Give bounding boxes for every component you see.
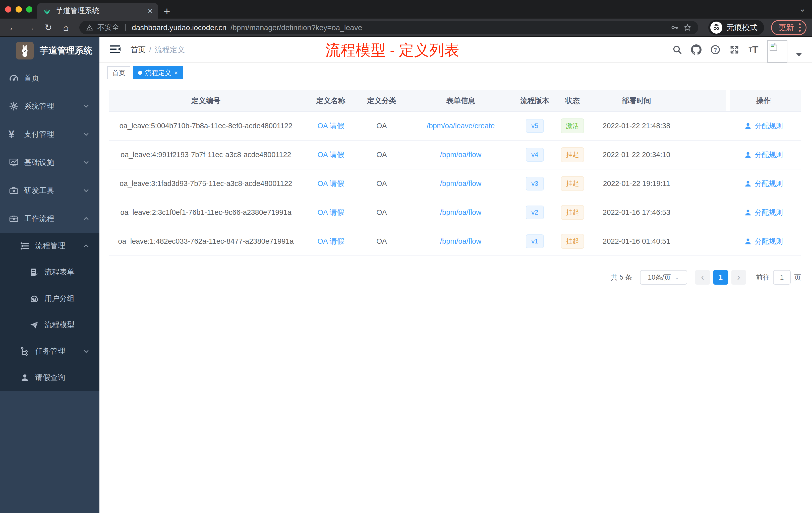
fullscreen-icon[interactable]: [729, 44, 740, 55]
page-size-select[interactable]: 10条/页 ⌄: [640, 270, 687, 284]
sidebar-item-system[interactable]: 系统管理: [0, 92, 99, 120]
menu-dots-icon[interactable]: [799, 23, 801, 32]
assign-rule-button[interactable]: 分配规则: [744, 237, 783, 246]
user-icon: [744, 151, 752, 159]
reload-icon[interactable]: ↻: [41, 22, 56, 33]
prev-page-button[interactable]: ‹: [695, 270, 710, 284]
chevron-down-icon: [82, 102, 90, 111]
col-header-status: 状态: [552, 90, 592, 112]
sidebar-submenu-workflow: 流程管理 流程表单: [0, 233, 99, 391]
sidebar-item-process-model[interactable]: 流程模型: [0, 312, 99, 338]
breadcrumb-home[interactable]: 首页: [130, 45, 146, 55]
sidebar-item-payment[interactable]: ¥ 支付管理: [0, 120, 99, 148]
definition-name-link[interactable]: OA 请假: [317, 179, 344, 189]
tag-close-icon[interactable]: ×: [174, 69, 178, 76]
status-badge: 挂起: [561, 147, 584, 162]
sidebar-item-process-form[interactable]: 流程表单: [0, 259, 99, 285]
deploy-time: 2022-01-16 01:40:51: [592, 227, 680, 256]
tab-search-caret-icon[interactable]: ⌄: [799, 3, 806, 13]
definition-name-link[interactable]: OA 请假: [317, 121, 344, 131]
avatar[interactable]: [767, 40, 787, 63]
chevron-down-icon: [82, 130, 90, 139]
sidebar-logo[interactable]: 芋道管理系统: [0, 37, 99, 64]
traffic-light-close[interactable]: [5, 6, 11, 12]
sidebar-item-devtools[interactable]: 研发工具: [0, 176, 99, 205]
chevron-up-icon: [82, 242, 90, 250]
form-link[interactable]: /bpm/oa/flow: [440, 237, 481, 245]
assign-rule-button[interactable]: 分配规则: [744, 179, 783, 188]
chevron-up-icon: [82, 214, 90, 223]
sidebar: 芋道管理系统 首页: [0, 37, 99, 513]
definition-name-link[interactable]: OA 请假: [317, 236, 344, 246]
browser-tab[interactable]: 芋道管理系统 ×: [37, 3, 158, 19]
tag-process-definition[interactable]: 流程定义 ×: [133, 66, 183, 79]
chevron-down-icon: [82, 186, 90, 195]
traffic-light-zoom[interactable]: [26, 6, 32, 12]
breadcrumb-current: 流程定义: [155, 45, 185, 55]
home-icon[interactable]: ⌂: [58, 22, 73, 33]
tab-close-icon[interactable]: ×: [148, 6, 153, 15]
filler-cell: [680, 170, 726, 198]
paper-plane-icon: [29, 320, 45, 330]
sidebar-item-task-management[interactable]: 任务管理: [0, 338, 99, 364]
form-link[interactable]: /bpm/oa/flow: [440, 208, 481, 217]
address-bar[interactable]: 不安全 dashboard.yudao.iocoder.cn/bpm/manag…: [79, 21, 698, 34]
col-header-filler: [680, 90, 726, 112]
traffic-light-minimize[interactable]: [16, 6, 22, 12]
browser-toolbar: ← → ↻ ⌂ 不安全 dashboard.yudao.iocoder.cn/b…: [0, 19, 812, 37]
assign-rule-button[interactable]: 分配规则: [744, 121, 783, 131]
form-link[interactable]: /bpm/oa/flow: [440, 179, 481, 188]
forward-icon[interactable]: →: [23, 22, 38, 33]
definition-category: OA: [359, 227, 404, 256]
gear-icon: [8, 101, 24, 112]
assign-rule-button[interactable]: 分配规则: [744, 150, 783, 160]
tags-view: 首页 流程定义 ×: [99, 62, 812, 83]
sprout-favicon: [43, 6, 51, 15]
user-icon: [744, 209, 752, 216]
back-icon[interactable]: ←: [5, 22, 21, 33]
sidebar-item-infrastructure[interactable]: 基础设施: [0, 148, 99, 176]
sidebar-item-workflow[interactable]: 工作流程: [0, 205, 99, 233]
page-number-button[interactable]: 1: [713, 270, 728, 284]
status-badge: 挂起: [561, 205, 584, 220]
version-badge: v4: [526, 148, 544, 162]
toolbox-icon: [8, 185, 24, 196]
pagination-total: 共 5 条: [611, 273, 632, 282]
goto-label: 前往: [756, 273, 770, 282]
pagination: 共 5 条 10条/页 ⌄ ‹ 1 › 前往 页: [109, 270, 801, 284]
update-button[interactable]: 更新: [771, 20, 807, 35]
sidebar-item-user-group[interactable]: 用户分组: [0, 285, 99, 312]
definition-name-link[interactable]: OA 请假: [317, 150, 344, 160]
bookmark-star-icon[interactable]: [683, 23, 692, 32]
form-link[interactable]: /bpm/oa/leave/create: [427, 122, 495, 130]
key-icon[interactable]: [671, 23, 679, 32]
next-page-button[interactable]: ›: [731, 270, 746, 284]
sidebar-item-leave-query[interactable]: 请假查询: [0, 364, 99, 391]
tag-home[interactable]: 首页: [107, 66, 130, 79]
sidebar-item-process-management[interactable]: 流程管理: [0, 233, 99, 259]
filler-cell: [680, 227, 726, 256]
form-link[interactable]: /bpm/oa/flow: [440, 151, 481, 159]
definition-name-link[interactable]: OA 请假: [317, 208, 344, 218]
status-badge: 激活: [561, 118, 584, 133]
active-dot: [138, 71, 142, 75]
assign-rule-button[interactable]: 分配规则: [744, 208, 783, 217]
search-icon[interactable]: [672, 44, 683, 55]
col-header-form: 表单信息: [404, 90, 517, 112]
definition-id: oa_leave:2:3c1f0ef1-76b1-11ec-9c66-a2380…: [109, 198, 302, 227]
goto-page-input[interactable]: [773, 270, 791, 284]
incognito-label: 无痕模式: [726, 22, 757, 33]
table-header-row: 定义编号 定义名称 定义分类 表单信息 流程版本 状态 部署时间 操作: [109, 90, 801, 112]
help-icon[interactable]: ?: [710, 44, 721, 55]
incognito-icon: [710, 22, 722, 34]
version-badge: v3: [526, 177, 544, 190]
github-icon[interactable]: [691, 44, 701, 55]
col-header-time: 部署时间: [592, 90, 680, 112]
sidebar-toggle-icon[interactable]: [110, 44, 121, 55]
new-tab-button[interactable]: +: [164, 5, 170, 18]
security-label[interactable]: 不安全: [97, 23, 119, 33]
col-header-name: 定义名称: [302, 90, 359, 112]
font-size-icon[interactable]: TT: [748, 44, 759, 55]
avatar-caret-icon[interactable]: [796, 53, 802, 57]
sidebar-item-home[interactable]: 首页: [0, 64, 99, 92]
